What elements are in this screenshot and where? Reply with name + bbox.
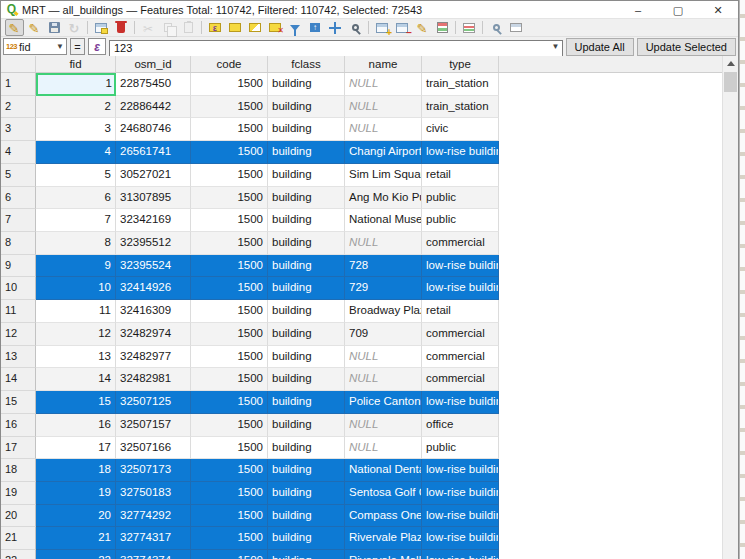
column-header-fclass[interactable]: fclass [268, 56, 345, 72]
cell-name[interactable]: Compass One [345, 505, 422, 528]
update-selected-button[interactable]: Update Selected [637, 38, 736, 56]
cell-code[interactable]: 1500 [191, 482, 268, 505]
table-row[interactable]: 1818325071731500buildingNational Dental.… [1, 459, 722, 482]
cell-code[interactable]: 1500 [191, 96, 268, 119]
row-number[interactable]: 14 [1, 368, 36, 391]
cell-fclass[interactable]: building [268, 414, 345, 437]
cell-type[interactable]: low-rise buildings [422, 255, 499, 278]
zoom-search-icon[interactable] [487, 19, 506, 36]
filter-value-input[interactable] [109, 40, 563, 57]
cell-code[interactable]: 1500 [191, 391, 268, 414]
table-row[interactable]: 99323955241500building728low-rise buildi… [1, 255, 722, 278]
cell-osm_id[interactable]: 32507157 [116, 414, 191, 437]
cell-fclass[interactable]: building [268, 505, 345, 528]
cell-osm_id[interactable]: 32507166 [116, 437, 191, 460]
cell-osm_id[interactable]: 22875450 [116, 73, 191, 96]
cell-osm_id[interactable]: 32507125 [116, 391, 191, 414]
cell-osm_id[interactable]: 32507173 [116, 459, 191, 482]
cell-code[interactable]: 1500 [191, 277, 268, 300]
cell-code[interactable]: 1500 [191, 527, 268, 550]
cell-code[interactable]: 1500 [191, 209, 268, 232]
cell-fid[interactable]: 19 [36, 482, 116, 505]
table-row[interactable]: 1111324163091500buildingBroadway Plazare… [1, 300, 722, 323]
cell-fid[interactable]: 3 [36, 118, 116, 141]
cell-osm_id[interactable]: 30527021 [116, 164, 191, 187]
cell-osm_id[interactable]: 32774374 [116, 550, 191, 559]
cell-name[interactable]: Rivervale Plaza [345, 527, 422, 550]
row-number[interactable]: 21 [1, 527, 36, 550]
cell-type[interactable]: low-rise buildings [422, 391, 499, 414]
row-number[interactable]: 4 [1, 141, 36, 164]
update-all-button[interactable]: Update All [566, 38, 634, 56]
cell-code[interactable]: 1500 [191, 505, 268, 528]
cell-type[interactable]: public [422, 437, 499, 460]
multi-edit-icon[interactable] [25, 19, 44, 36]
table-row[interactable]: 1010324149261500building729low-rise buil… [1, 277, 722, 300]
row-number[interactable]: 11 [1, 300, 36, 323]
cell-osm_id[interactable]: 32774292 [116, 505, 191, 528]
cell-name[interactable]: NULL [345, 346, 422, 369]
cell-type[interactable]: train_station [422, 73, 499, 96]
cell-name[interactable]: 709 [345, 323, 422, 346]
cell-name[interactable]: Rivervale Mall [345, 550, 422, 559]
cell-code[interactable]: 1500 [191, 255, 268, 278]
cell-fclass[interactable]: building [268, 437, 345, 460]
cell-type[interactable]: public [422, 209, 499, 232]
cell-name[interactable]: NULL [345, 368, 422, 391]
cell-name[interactable]: Ang Mo Kio Pu... [345, 187, 422, 210]
cell-name[interactable]: Broadway Plaza [345, 300, 422, 323]
pan-to-selected-icon[interactable] [326, 19, 345, 36]
minimize-button[interactable]: – [618, 1, 658, 19]
row-number[interactable]: 18 [1, 459, 36, 482]
column-header-osm_id[interactable]: osm_id [116, 56, 191, 72]
table-row[interactable]: 1616325071571500buildingNULLoffice [1, 414, 722, 437]
cell-fclass[interactable]: building [268, 391, 345, 414]
cell-type[interactable]: low-rise buildings [422, 527, 499, 550]
cell-fclass[interactable]: building [268, 550, 345, 559]
cell-fid[interactable]: 10 [36, 277, 116, 300]
cell-fid[interactable]: 6 [36, 187, 116, 210]
cell-name[interactable]: Changi Airport ... [345, 141, 422, 164]
cell-osm_id[interactable]: 32774317 [116, 527, 191, 550]
cell-code[interactable]: 1500 [191, 187, 268, 210]
cell-name[interactable]: Police Cantonm... [345, 391, 422, 414]
cell-code[interactable]: 1500 [191, 550, 268, 559]
cell-name[interactable]: NULL [345, 232, 422, 255]
cell-name[interactable]: National Museu... [345, 209, 422, 232]
cell-fclass[interactable]: building [268, 368, 345, 391]
cell-type[interactable]: commercial [422, 368, 499, 391]
cell-fid[interactable]: 7 [36, 209, 116, 232]
cell-code[interactable]: 1500 [191, 368, 268, 391]
field-selector-combo[interactable]: 123 fid ▼ [3, 38, 67, 55]
select-all-icon[interactable] [226, 19, 245, 36]
cell-code[interactable]: 1500 [191, 232, 268, 255]
table-row[interactable]: 2020327742921500buildingCompass Onelow-r… [1, 505, 722, 528]
cell-fid[interactable]: 22 [36, 550, 116, 559]
table-row[interactable]: 22228864421500buildingNULLtrain_station [1, 96, 722, 119]
cell-osm_id[interactable]: 32342169 [116, 209, 191, 232]
row-number[interactable]: 9 [1, 255, 36, 278]
cell-osm_id[interactable]: 32414926 [116, 277, 191, 300]
row-number[interactable]: 10 [1, 277, 36, 300]
cell-name[interactable]: National Dental... [345, 459, 422, 482]
save-edits-icon[interactable] [45, 19, 64, 36]
new-field-icon[interactable] [373, 19, 392, 36]
cell-code[interactable]: 1500 [191, 437, 268, 460]
cell-fid[interactable]: 1 [36, 73, 116, 96]
table-view-settings-icon[interactable] [460, 19, 479, 36]
row-number[interactable]: 5 [1, 164, 36, 187]
cell-fid[interactable]: 13 [36, 346, 116, 369]
cell-fid[interactable]: 12 [36, 323, 116, 346]
cell-osm_id[interactable]: 32482981 [116, 368, 191, 391]
cell-osm_id[interactable]: 22886442 [116, 96, 191, 119]
cell-osm_id[interactable]: 32416309 [116, 300, 191, 323]
cell-type[interactable]: low-rise buildings [422, 482, 499, 505]
cell-code[interactable]: 1500 [191, 300, 268, 323]
table-row[interactable]: 1212324829741500building709commercial [1, 323, 722, 346]
equals-operator-button[interactable]: = [70, 38, 85, 55]
cell-type[interactable]: retail [422, 164, 499, 187]
cell-type[interactable]: commercial [422, 323, 499, 346]
cell-fid[interactable]: 5 [36, 164, 116, 187]
invert-selection-icon[interactable] [246, 19, 265, 36]
filter-select-form-icon[interactable] [286, 19, 305, 36]
